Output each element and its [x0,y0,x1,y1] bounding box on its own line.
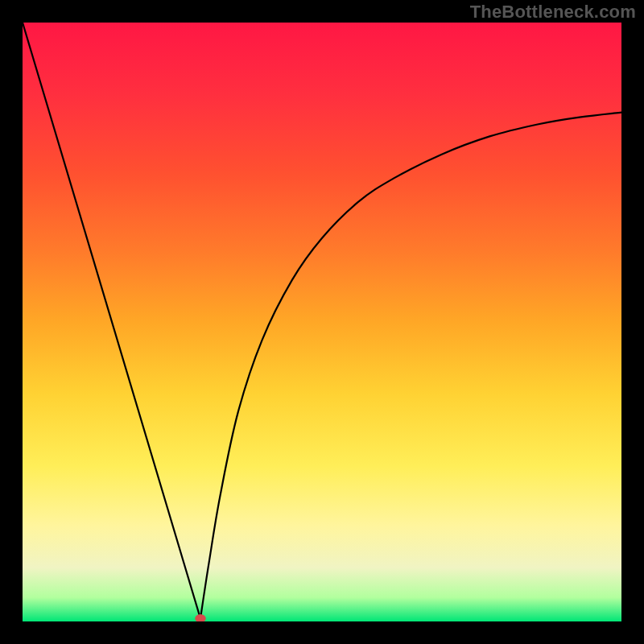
watermark-text: TheBottleneck.com [470,2,636,23]
bottleneck-plot [23,23,621,621]
chart-frame: TheBottleneck.com [0,0,644,644]
